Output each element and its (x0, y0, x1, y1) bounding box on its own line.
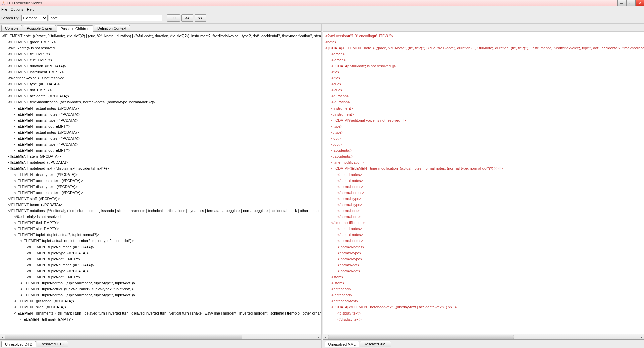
code-line: <![CDATA[%full-note; is not resolved ]]> (325, 63, 644, 69)
close-button[interactable]: ✕ (635, 0, 644, 6)
code-line: <![CDATA[%editorial-voice; is not resolv… (325, 117, 644, 123)
tab-unresolved-dtd[interactable]: Unresolved DTD (1, 341, 36, 347)
tab-possible-owner[interactable]: Possible Owner (23, 25, 56, 31)
code-line: <!ELEMENT tuplet-normal (tuplet-number?,… (2, 280, 321, 286)
code-line: <!ELEMENT accidental (#PCDATA)> (2, 93, 321, 99)
code-line: <!ELEMENT actual-notes (#PCDATA)> (2, 129, 321, 135)
dtd-horizontal-scrollbar[interactable]: ◄ ► (0, 334, 321, 339)
code-line: <!ELEMENT note (((grace, %full-note;, (t… (2, 33, 321, 39)
code-line: </normal-dot> (325, 268, 644, 274)
code-line: <!ELEMENT staff (#PCDATA)> (2, 196, 321, 202)
prev-button[interactable]: << (181, 14, 193, 22)
code-line: <!ELEMENT normal-notes (#PCDATA)> (2, 111, 321, 117)
code-line: <normal-dot> (325, 262, 644, 268)
code-line: <!ELEMENT tuplet-dot EMPTY> (2, 256, 321, 262)
code-line: <type> (325, 123, 644, 129)
code-line: </grace> (325, 57, 644, 63)
code-line: <!ELEMENT notations (%editorial;, (tied … (2, 208, 321, 214)
code-line: <accidental> (325, 147, 644, 153)
code-line: </normal-type> (325, 256, 644, 262)
code-line: </stem> (325, 280, 644, 286)
code-line: </normal-notes> (325, 190, 644, 196)
code-line: <!ELEMENT stem (#PCDATA)> (2, 153, 321, 159)
code-line: <normal-type> (325, 196, 644, 202)
tab-console[interactable]: Console (1, 25, 22, 31)
menu-options[interactable]: Options (11, 7, 23, 11)
xml-mode-tabs: Unresolved XML Resolved XML (323, 339, 644, 348)
code-line: <dot> (325, 135, 644, 141)
tab-unresolved-xml[interactable]: Unresolved XML (325, 341, 359, 347)
code-line: <!ELEMENT instrument EMPTY> (2, 69, 321, 75)
next-button[interactable]: >> (195, 14, 206, 22)
search-type-select[interactable]: Element (21, 15, 48, 21)
tab-possible-children[interactable]: Possible Children (57, 25, 93, 32)
tab-definition-context[interactable]: Definition Context (94, 25, 130, 31)
code-line: <!ELEMENT display-text (#PCDATA)> (2, 184, 321, 190)
code-line: <!ELEMENT notehead (#PCDATA)> (2, 159, 321, 165)
code-line: <!ELEMENT accidental-text (#PCDATA)> (2, 178, 321, 184)
code-line: </cue> (325, 87, 644, 93)
code-line: <%editorial-voice;> is not resolved (2, 75, 321, 81)
code-line: <!ELEMENT normal-dot EMPTY> (2, 147, 321, 153)
dtd-content-area[interactable]: <!ELEMENT note (((grace, %full-note;, (t… (0, 32, 321, 334)
code-line: <!ELEMENT display-text (#PCDATA)> (2, 171, 321, 178)
search-input[interactable] (49, 15, 162, 21)
code-line: </actual-notes> (325, 178, 644, 184)
code-line: <normal-notes> (325, 184, 644, 190)
xml-content-area[interactable]: <?xml version="1.0" encoding="UTF-8"?><n… (323, 32, 644, 334)
menu-file[interactable]: File (1, 7, 7, 11)
tab-resolved-xml[interactable]: Resolved XML (360, 341, 391, 347)
code-line: <!ELEMENT duration (#PCDATA)> (2, 63, 321, 69)
code-line: <notehead-text> (325, 298, 644, 304)
java-app-icon (1, 1, 6, 5)
code-line: <!ELEMENT tuplet-type (#PCDATA)> (2, 268, 321, 274)
right-pane: <?xml version="1.0" encoding="UTF-8"?><n… (323, 24, 644, 348)
code-line: <normal-notes> (325, 238, 644, 244)
xml-horizontal-scrollbar[interactable]: ◄ ► (323, 334, 644, 339)
code-line: </tie> (325, 75, 644, 81)
code-line: <!ELEMENT grace EMPTY> (2, 39, 321, 45)
maximize-button[interactable]: ▭ (626, 0, 635, 6)
code-line: <!ELEMENT type (#PCDATA)> (2, 81, 321, 87)
code-line: <!ELEMENT tuplet-type (#PCDATA)> (2, 250, 321, 256)
code-line: </instrument> (325, 111, 644, 117)
left-pane: Console Possible Owner Possible Children… (0, 24, 321, 348)
code-line: <!ELEMENT normal-type (#PCDATA)> (2, 141, 321, 147)
code-line: <!ELEMENT tuplet-dot EMPTY> (2, 274, 321, 280)
code-line: <!ELEMENT beam (#PCDATA)> (2, 202, 321, 208)
code-line: <!ELEMENT notehead-text ((display-text |… (2, 165, 321, 171)
code-line: <!ELEMENT tuplet-number (#PCDATA)> (2, 262, 321, 268)
dtd-view-tabs: Console Possible Owner Possible Children… (0, 24, 321, 32)
tab-resolved-dtd[interactable]: Resolved DTD (37, 341, 68, 347)
code-line: </actual-notes> (325, 232, 644, 238)
code-line: <stem> (325, 274, 644, 280)
code-line: <!ELEMENT tie EMPTY> (2, 51, 321, 57)
code-line: <!ELEMENT time-modification (actual-note… (2, 99, 321, 105)
menu-help[interactable]: Help (27, 7, 35, 11)
code-line: <tie> (325, 69, 644, 75)
code-line: <!ELEMENT tuplet-actual (tuplet-number?,… (2, 286, 321, 292)
code-line: <?xml version="1.0" encoding="UTF-8"?> (325, 33, 644, 39)
code-line: <normal-type> (325, 250, 644, 256)
code-line: <display-text> (325, 310, 644, 316)
menubar: File Options Help (0, 6, 644, 12)
code-line: </duration> (325, 99, 644, 105)
code-line: <actual-notes> (325, 226, 644, 232)
code-line: <!ELEMENT slide (#PCDATA)> (2, 304, 321, 310)
go-button[interactable]: GO (167, 14, 180, 22)
right-pane-header-space (323, 24, 644, 32)
code-line: <normal-dot> (325, 208, 644, 214)
search-toolbar: Search By: Element GO << >> (0, 12, 644, 24)
code-line: <!ELEMENT slur EMPTY> (2, 226, 321, 232)
code-line: <!ELEMENT tuplet-number (#PCDATA)> (2, 244, 321, 250)
code-line: <cue> (325, 81, 644, 87)
minimize-button[interactable]: — (617, 0, 626, 6)
code-line: <!ELEMENT ornaments ((trill-mark | turn … (2, 310, 321, 316)
code-line: <!ELEMENT accidental-text (#PCDATA)> (2, 190, 321, 196)
code-line: </normal-dot> (325, 214, 644, 220)
code-line: <!ELEMENT dot EMPTY> (2, 87, 321, 93)
window-title: DTD structure viewer (7, 1, 42, 5)
code-line: <!ELEMENT cue EMPTY> (2, 57, 321, 63)
code-line: <![CDATA[<!ELEMENT time-modification (ac… (325, 165, 644, 171)
code-line: <notehead> (325, 286, 644, 292)
